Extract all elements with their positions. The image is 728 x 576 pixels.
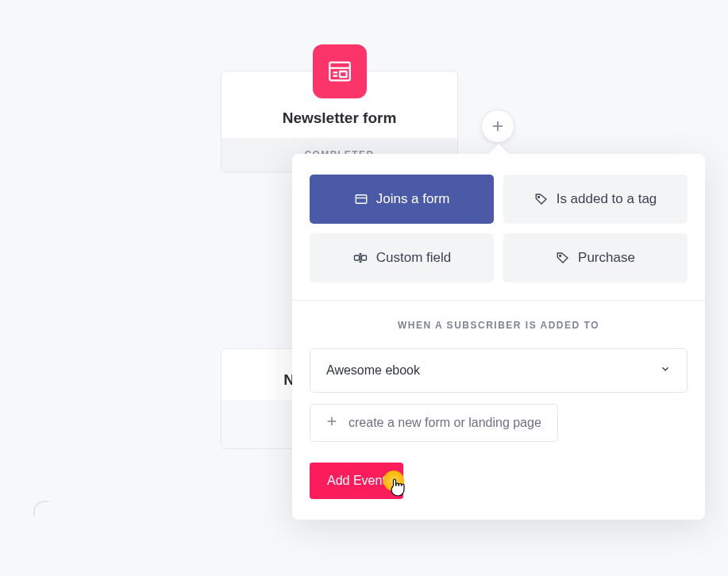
connector-center-down bbox=[0, 194, 2, 261]
chevron-down-icon bbox=[660, 363, 671, 378]
svg-rect-10 bbox=[354, 255, 359, 260]
popup-heading: WHEN A SUBSCRIBER IS ADDED TO bbox=[310, 320, 688, 331]
connector-left-corner bbox=[33, 501, 49, 516]
svg-point-13 bbox=[560, 255, 561, 256]
tab-added-tag[interactable]: Is added to a tag bbox=[503, 175, 688, 224]
svg-rect-11 bbox=[361, 255, 366, 260]
event-type-tabs: Joins a form Is added to a tag Custom bbox=[292, 154, 705, 300]
plus-icon bbox=[326, 416, 337, 430]
form-select-value: Awesome ebook bbox=[326, 363, 420, 378]
tab-joins-form[interactable]: Joins a form bbox=[310, 175, 494, 224]
tab-purchase[interactable]: Purchase bbox=[503, 233, 688, 282]
tab-label: Is added to a tag bbox=[557, 191, 657, 207]
svg-point-9 bbox=[537, 196, 539, 198]
connector-left-horizontal bbox=[0, 261, 291, 263]
tag-icon bbox=[534, 192, 549, 206]
window-icon bbox=[354, 192, 368, 206]
text-cursor-icon bbox=[352, 251, 368, 265]
svg-rect-7 bbox=[356, 195, 367, 204]
add-event-popup: Joins a form Is added to a tag Custom bbox=[292, 154, 705, 520]
add-trigger-button[interactable] bbox=[481, 109, 514, 143]
create-form-button[interactable]: create a new form or landing page bbox=[310, 404, 558, 442]
tab-custom-field[interactable]: Custom field bbox=[310, 233, 494, 282]
plus-icon bbox=[491, 120, 504, 132]
create-form-label: create a new form or landing page bbox=[349, 416, 541, 430]
form-icon bbox=[313, 44, 367, 98]
purchase-tag-icon bbox=[556, 251, 570, 265]
connector-top-vertical bbox=[0, 0, 2, 194]
tab-label: Joins a form bbox=[376, 191, 450, 207]
form-select[interactable]: Awesome ebook bbox=[310, 348, 688, 393]
add-event-label: Add Event bbox=[327, 474, 386, 487]
tab-label: Purchase bbox=[578, 250, 635, 266]
svg-rect-2 bbox=[340, 71, 347, 77]
add-event-button[interactable]: Add Event bbox=[310, 463, 403, 499]
tab-label: Custom field bbox=[376, 250, 451, 266]
connector-right-horizontal bbox=[0, 310, 293, 312]
connector-right-vertical bbox=[0, 312, 2, 359]
connector-left-vertical bbox=[0, 263, 2, 310]
